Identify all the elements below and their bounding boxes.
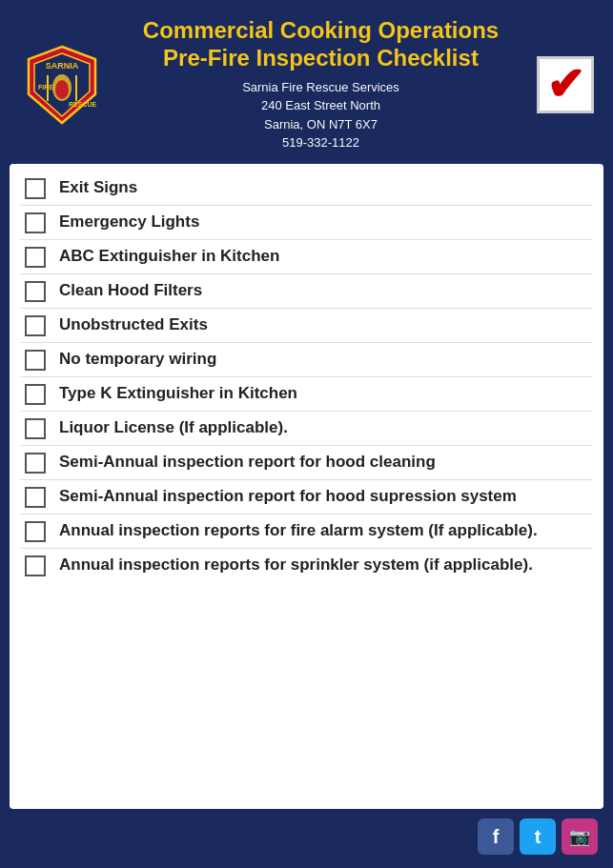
checklist-label-5: Unobstructed Exits xyxy=(59,314,208,335)
org-name: Sarnia Fire Rescue Services xyxy=(116,78,525,97)
checklist-item: ABC Extinguisher in Kitchen xyxy=(21,240,592,274)
checklist-item: Annual inspection reports for sprinkler … xyxy=(21,549,592,582)
checkbox-item-12[interactable] xyxy=(25,555,46,576)
checkbox-item-9[interactable] xyxy=(25,453,46,474)
facebook-label: f xyxy=(493,826,500,848)
checklist-item: Liquor License (If applicable). xyxy=(21,412,592,446)
address-line1: 240 East Street North xyxy=(116,96,525,115)
checkbox-item-10[interactable] xyxy=(25,487,46,508)
checklist-item: No temporary wiring xyxy=(21,343,592,377)
checkmark-box: ✔ xyxy=(537,56,594,113)
checklist-item: Semi-Annual inspection report for hood s… xyxy=(21,480,592,515)
checklist-label-4: Clean Hood Filters xyxy=(59,280,202,301)
svg-text:FIRE: FIRE xyxy=(38,84,53,91)
checklist-item: Exit Signs xyxy=(21,172,592,206)
checklist-label-6: No temporary wiring xyxy=(59,349,216,370)
checklist-item: Clean Hood Filters xyxy=(21,274,592,309)
header: SARNIA FIRE RESCUE Commercial Cooking Op… xyxy=(10,10,603,164)
instagram-icon[interactable]: 📷 xyxy=(562,818,598,855)
header-center: Commercial Cooking Operations Pre-Fire I… xyxy=(116,17,525,152)
checkbox-item-11[interactable] xyxy=(25,521,46,542)
checklist-label-7: Type K Extinguisher in Kitchen xyxy=(59,383,297,404)
sarnia-logo: SARNIA FIRE RESCUE xyxy=(19,42,105,128)
checkbox-item-7[interactable] xyxy=(25,384,46,405)
svg-text:SARNIA: SARNIA xyxy=(46,61,79,71)
phone: 519-332-1122 xyxy=(116,133,525,152)
facebook-icon[interactable]: f xyxy=(478,818,514,855)
checklist-label-10: Semi-Annual inspection report for hood s… xyxy=(59,486,517,507)
checklist-label-9: Semi-Annual inspection report for hood c… xyxy=(59,452,436,473)
checklist-label-11: Annual inspection reports for fire alarm… xyxy=(59,520,538,541)
checkbox-item-3[interactable] xyxy=(25,247,46,268)
checkbox-item-2[interactable] xyxy=(25,212,46,233)
checkbox-item-8[interactable] xyxy=(25,418,46,439)
checklist-item: Annual inspection reports for fire alarm… xyxy=(21,515,592,549)
checklist-item: Type K Extinguisher in Kitchen xyxy=(21,377,592,412)
twitter-label: t xyxy=(535,826,541,848)
checklist-label-3: ABC Extinguisher in Kitchen xyxy=(59,246,279,267)
svg-point-6 xyxy=(55,80,69,99)
footer: f t 📷 xyxy=(10,809,603,858)
org-info: Sarnia Fire Rescue Services 240 East Str… xyxy=(116,78,525,152)
checkbox-item-1[interactable] xyxy=(25,178,46,199)
instagram-label: 📷 xyxy=(569,826,590,847)
checkbox-item-4[interactable] xyxy=(25,281,46,302)
checklist-item: Unobstructed Exits xyxy=(21,309,592,343)
checklist-item: Emergency Lights xyxy=(21,206,592,240)
checkbox-item-5[interactable] xyxy=(25,315,46,336)
checkmark-symbol: ✔ xyxy=(546,62,584,108)
twitter-icon[interactable]: t xyxy=(520,818,556,855)
checkbox-item-6[interactable] xyxy=(25,350,46,371)
checklist-label-2: Emergency Lights xyxy=(59,212,199,232)
checklist-container: Exit SignsEmergency LightsABC Extinguish… xyxy=(10,164,603,809)
checklist-label-1: Exit Signs xyxy=(59,177,137,198)
main-title: Commercial Cooking Operations Pre-Fire I… xyxy=(116,17,525,72)
checklist-label-12: Annual inspection reports for sprinkler … xyxy=(59,555,533,575)
address-line2: Sarnia, ON N7T 6X7 xyxy=(116,115,525,134)
checklist-item: Semi-Annual inspection report for hood c… xyxy=(21,446,592,480)
checklist-label-8: Liquor License (If applicable). xyxy=(59,417,288,438)
